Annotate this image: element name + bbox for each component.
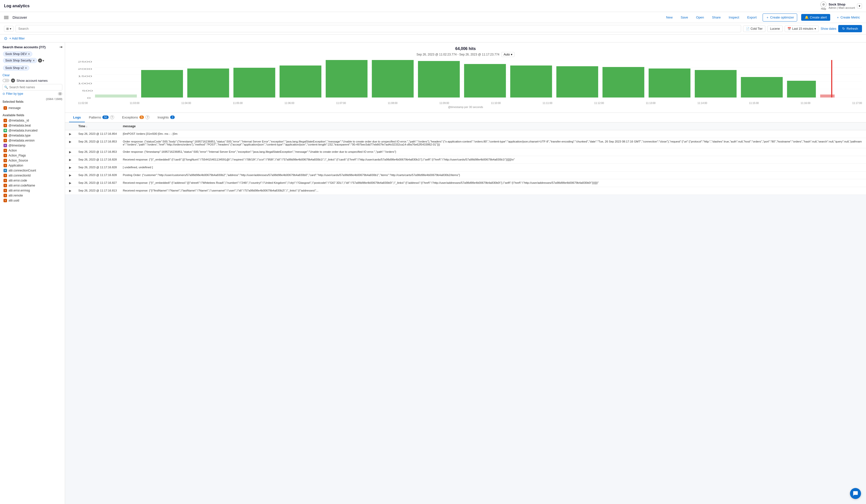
field-item-attr-error-codeName[interactable]: tattr.error.codeName: [2, 183, 62, 188]
refresh-icon: ↻: [842, 27, 845, 31]
field-item--metadata-beat[interactable]: t@metadata.beat: [2, 123, 62, 128]
add-filter-button[interactable]: + Add filter: [9, 36, 25, 40]
field-item-attr-connectionId[interactable]: tattr.connectionId: [2, 173, 62, 178]
chart-x-labels: 11:02:00 11:03:00 11:04:00 11:05:00 11:0…: [69, 101, 862, 104]
hamburger-menu[interactable]: [4, 16, 9, 19]
expand-button-6[interactable]: ▶: [68, 181, 72, 185]
field-type-badge: t: [3, 174, 7, 177]
show-names-x[interactable]: ✕: [11, 79, 15, 82]
sidebar: Search these accounts (7/7) ⇥ Sock Shop …: [0, 43, 65, 504]
tab-logs[interactable]: Logs: [69, 113, 85, 122]
msg-cell-0: [0mPOST /orders [31m500 [0m- ms - - [0m: [120, 130, 866, 138]
svg-rect-13: [141, 70, 183, 98]
field-item-message[interactable]: t message: [2, 105, 62, 111]
table-row: ▶ Sep 26, 2023 @ 11:17:16.853 Order resp…: [65, 138, 866, 148]
expand-button-3[interactable]: ▶: [68, 158, 72, 161]
expand-button-0[interactable]: ▶: [68, 132, 72, 136]
account-tags-row: Sock Shop DEV ✕ Sock Shop Security ✕ ✕ ▾: [2, 51, 62, 64]
account-tag-dev: Sock Shop DEV ✕: [3, 51, 32, 57]
account-dropdown-button[interactable]: ▾: [857, 3, 862, 9]
expand-cell: ▶: [65, 172, 75, 179]
expand-cell: ▶: [65, 179, 75, 187]
svg-rect-22: [556, 66, 598, 98]
create-alert-button[interactable]: 🔔 Create alert: [801, 14, 830, 21]
remove-tag-v2[interactable]: ✕: [25, 67, 27, 70]
create-metric-button[interactable]: ＋ Create Metric: [834, 14, 862, 21]
table-row: ▶ Sep 26, 2023 @ 11:17:16.828 Posting Or…: [65, 172, 866, 179]
refresh-button[interactable]: ↻ Refresh: [838, 25, 862, 32]
index-dropdown-icon: ▾: [10, 27, 11, 31]
exceptions-help-icon[interactable]: ?: [145, 115, 149, 119]
export-button[interactable]: Export: [745, 14, 759, 20]
expand-cell: ▶: [65, 138, 75, 148]
field-item-attr-uuid[interactable]: tattr.uuid: [2, 198, 62, 203]
time-range-button[interactable]: 📅 Last 15 minutes ▾: [785, 25, 819, 32]
chat-icon: [853, 491, 858, 496]
search-fields-icon: 🔍: [4, 85, 8, 89]
share-button[interactable]: Share: [710, 14, 723, 20]
new-button[interactable]: New: [664, 14, 675, 20]
expand-tags-icon[interactable]: ▾: [43, 59, 44, 62]
show-dates-button[interactable]: Show dates: [821, 27, 836, 31]
field-item-attr-error-errmsg[interactable]: tattr.error.errmsg: [2, 188, 62, 193]
chat-button[interactable]: [850, 488, 861, 499]
remove-tag-dev[interactable]: ✕: [28, 53, 30, 56]
chart-date-range: Sep 26, 2023 @ 11:02:23.774 - Sep 26, 20…: [417, 53, 499, 56]
inspect-button[interactable]: Inspect: [727, 14, 741, 20]
nav-actions: New Save Open Share Inspect Export ＋ Cre…: [664, 13, 862, 22]
account-tag-security: Sock Shop Security ✕: [3, 58, 37, 63]
cold-tier-button[interactable]: 📄 Cold Tier: [743, 25, 765, 32]
field-item-attr-error-code[interactable]: tattr.error.code: [2, 178, 62, 183]
time-cell-3: Sep 26, 2023 @ 11:17:16.828: [75, 156, 120, 164]
save-button[interactable]: Save: [678, 14, 690, 20]
field-item--metadata-type[interactable]: t@metadata.type: [2, 133, 62, 138]
chart-svg: 0 500 1000 1500 2000 2500: [69, 60, 862, 100]
tab-insights[interactable]: Insights 2: [153, 113, 179, 122]
expand-button-4[interactable]: ▶: [68, 166, 72, 169]
field-item--metadata-version[interactable]: t@metadata.version: [2, 138, 62, 143]
expand-button-7[interactable]: ▶: [68, 189, 72, 193]
field-item-attr-remote[interactable]: tattr.remote: [2, 193, 62, 198]
clear-button[interactable]: Clear: [2, 73, 10, 77]
open-button[interactable]: Open: [694, 14, 706, 20]
field-item-Application[interactable]: tApplication: [2, 163, 62, 168]
search-input[interactable]: [18, 27, 739, 31]
clear-circle-icon[interactable]: ✕: [38, 58, 42, 62]
field-item-Action[interactable]: tAction: [2, 148, 62, 153]
svg-rect-21: [510, 66, 552, 98]
search-index-button[interactable]: ⊞ ▾: [4, 26, 13, 32]
field-item-Action-Source[interactable]: tAction_Source: [2, 158, 62, 163]
help-button[interactable]: ⚙ Help: [820, 1, 826, 10]
svg-text:1000: 1000: [78, 82, 92, 85]
time-cell-2: Sep 26, 2023 @ 11:17:16.853: [75, 148, 120, 156]
field-item--metadata--id[interactable]: t@metadata._id: [2, 118, 62, 123]
field-item--timestamp[interactable]: #@timestamp: [2, 143, 62, 148]
top-bar-left: Log analytics: [4, 4, 30, 8]
show-names-toggle[interactable]: [2, 79, 10, 82]
expand-button-2[interactable]: ▶: [68, 150, 72, 154]
filter-by-type-button[interactable]: ⊙ Filter by type: [2, 92, 23, 95]
field-item-Action-Flags[interactable]: tAction_Flags: [2, 153, 62, 158]
table-row: ▶ Sep 26, 2023 @ 11:17:16.828 Received r…: [65, 156, 866, 164]
patterns-badge: 50: [102, 115, 108, 119]
tab-patterns[interactable]: Patterns 50 ?: [85, 113, 118, 122]
filter-type-row: ⊙ Filter by type 0: [2, 92, 62, 95]
expand-button-5[interactable]: ▶: [68, 173, 72, 177]
field-item-attr-connectionCount[interactable]: #attr.connectionCount: [2, 168, 62, 173]
field-name: attr.remote: [9, 194, 23, 197]
col-time[interactable]: Time ↓: [75, 123, 120, 130]
patterns-help-icon[interactable]: ?: [110, 115, 114, 119]
auto-button[interactable]: Auto ▾: [501, 52, 514, 57]
remove-tag-security[interactable]: ✕: [33, 59, 35, 62]
search-fields-input[interactable]: [2, 84, 62, 91]
index-icon: ⊞: [6, 27, 9, 31]
field-item--metadata-truncated[interactable]: ⚙@metadata.truncated: [2, 128, 62, 133]
lucene-button[interactable]: Lucene: [767, 25, 782, 32]
collapse-icon[interactable]: ⇥: [59, 45, 62, 49]
expand-button-1[interactable]: ▶: [68, 140, 72, 144]
tab-exceptions[interactable]: Exceptions 5 ?: [118, 113, 154, 122]
create-optimizer-button[interactable]: ＋ Create optimizer: [763, 13, 797, 22]
expand-cell: ▶: [65, 130, 75, 138]
svg-text:1500: 1500: [78, 75, 92, 78]
search-input-wrap[interactable]: [15, 25, 741, 32]
